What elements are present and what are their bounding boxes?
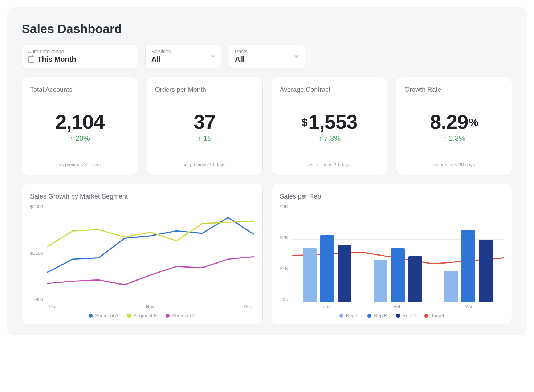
legend-swatch: [367, 314, 371, 318]
kpi-row: Total Accounts 2,104 ↑ 20% vs previous 3…: [22, 77, 512, 175]
date-range-filter[interactable]: Auto date range This Month: [22, 45, 138, 68]
kpi-footer: vs previous 30 days: [30, 151, 130, 167]
kpi-title: Average Contract: [280, 86, 379, 94]
chevron-down-icon: [294, 55, 299, 58]
kpi-growth-rate: Growth Rate 8.29 % ↑ 1.3% vs previous 30…: [396, 77, 512, 175]
x-tick: Jan: [323, 304, 331, 309]
y-tick: $2K: [280, 235, 288, 240]
chart-sales-per-rep: Sales per Rep $3K $2K $1K $0 Jan Feb: [272, 184, 513, 324]
x-tick: Oct: [49, 304, 56, 309]
bar: [338, 245, 351, 302]
kpi-delta: ↑ 20%: [30, 134, 130, 143]
arrow-up-icon: ↑: [70, 134, 73, 142]
kpi-delta: ↑ 7.3%: [280, 134, 379, 143]
filter-value: All: [235, 55, 244, 64]
chart-legend: Rep A Rep B Rep C Target: [280, 313, 504, 318]
x-axis-labels: Oct Nov Dec: [47, 304, 254, 309]
legend-item: Rep A: [339, 313, 359, 318]
chevron-down-icon: [211, 55, 215, 58]
chart-title: Sales Growth by Market Segment: [30, 193, 254, 200]
y-tick: $1K: [280, 266, 288, 271]
y-tick: $1300: [30, 204, 43, 209]
legend-item: Segment C: [166, 313, 196, 318]
legend-item: Rep B: [367, 313, 387, 318]
legend-item: Segment A: [89, 313, 118, 318]
bar: [444, 271, 458, 302]
sales-dashboard: Sales Dashboard Auto date range This Mon…: [7, 7, 527, 335]
bar: [391, 248, 405, 302]
arrow-up-icon: ↑: [318, 134, 322, 142]
legend-swatch: [339, 314, 343, 318]
kpi-title: Growth Rate: [404, 86, 504, 94]
y-tick: $0: [280, 297, 288, 302]
chart-plot-area: $1300 $1100 $900 Oct Nov Dec: [30, 204, 254, 309]
bar: [479, 240, 493, 302]
kpi-total-accounts: Total Accounts 2,104 ↑ 20% vs previous 3…: [22, 77, 138, 175]
arrow-up-icon: ↑: [443, 134, 447, 142]
filter-bar: Auto date range This Month Services All …: [22, 45, 512, 68]
filter-label: Services: [151, 49, 215, 54]
filter-label: Posts: [235, 49, 299, 54]
legend-swatch: [127, 314, 131, 318]
arrow-up-icon: ↑: [198, 134, 201, 142]
legend-swatch: [396, 314, 400, 318]
chart-line: [47, 257, 254, 285]
chart-title: Sales per Rep: [280, 193, 504, 200]
kpi-suffix: %: [469, 116, 478, 128]
y-tick: $3K: [280, 204, 288, 209]
kpi-footer: vs previous 30 days: [155, 151, 254, 167]
legend-item: Target: [424, 313, 444, 318]
legend-swatch: [166, 314, 170, 318]
page-title: Sales Dashboard: [22, 22, 512, 36]
kpi-value: 37: [193, 112, 215, 132]
services-filter[interactable]: Services All: [145, 45, 221, 68]
chart-plot-area: $3K $2K $1K $0 Jan Feb Mar: [280, 204, 504, 309]
bar-group: [444, 230, 493, 302]
bar-group: [374, 248, 422, 302]
bar: [408, 256, 422, 302]
legend-item: Rep C: [396, 313, 416, 318]
x-tick: Mar: [464, 304, 472, 309]
line-chart-svg: [47, 204, 254, 302]
chart-sales-growth: Sales Growth by Market Segment $1300 $11…: [22, 184, 263, 324]
kpi-footer: vs previous 30 days: [404, 151, 504, 167]
kpi-value: 1,553: [308, 112, 357, 132]
kpi-average-contract: Average Contract $ 1,553 ↑ 7.3% vs previ…: [272, 77, 388, 175]
chart-line: [47, 221, 254, 247]
filter-label: Auto date range: [28, 49, 132, 54]
legend-item: Segment B: [127, 313, 157, 318]
x-tick: Dec: [244, 304, 252, 309]
y-axis-labels: $3K $2K $1K $0: [280, 204, 292, 309]
bar: [320, 235, 334, 302]
calendar-icon: [28, 56, 34, 63]
bar: [461, 230, 475, 302]
y-tick: $1100: [30, 250, 43, 256]
bar: [374, 260, 387, 302]
y-axis-labels: $1300 $1100 $900: [30, 204, 47, 309]
x-tick: Feb: [394, 304, 401, 309]
chart-line: [47, 217, 254, 273]
kpi-delta: ↑ 1.3%: [404, 134, 504, 143]
legend-swatch: [89, 314, 93, 318]
kpi-title: Orders per Month: [155, 86, 254, 94]
charts-row: Sales Growth by Market Segment $1300 $11…: [22, 184, 512, 324]
kpi-delta: ↑ 15: [155, 134, 254, 143]
kpi-value: 8.29: [430, 112, 468, 132]
filter-value: This Month: [37, 55, 76, 64]
kpi-value: 2,104: [55, 112, 104, 132]
x-axis-labels: Jan Feb Mar: [292, 304, 504, 309]
bar-group: [303, 235, 351, 302]
bar: [303, 248, 317, 302]
filter-value: All: [151, 55, 161, 64]
chart-legend: Segment A Segment B Segment C: [30, 313, 254, 318]
x-tick: Nov: [146, 304, 154, 309]
legend-swatch: [424, 314, 428, 318]
kpi-footer: vs previous 30 days: [280, 151, 379, 167]
kpi-orders-per-month: Orders per Month 37 ↑ 15 vs previous 30 …: [147, 77, 263, 175]
kpi-prefix: $: [301, 116, 307, 128]
y-tick: $900: [30, 297, 43, 302]
posts-filter[interactable]: Posts All: [229, 45, 305, 68]
kpi-title: Total Accounts: [30, 86, 130, 94]
